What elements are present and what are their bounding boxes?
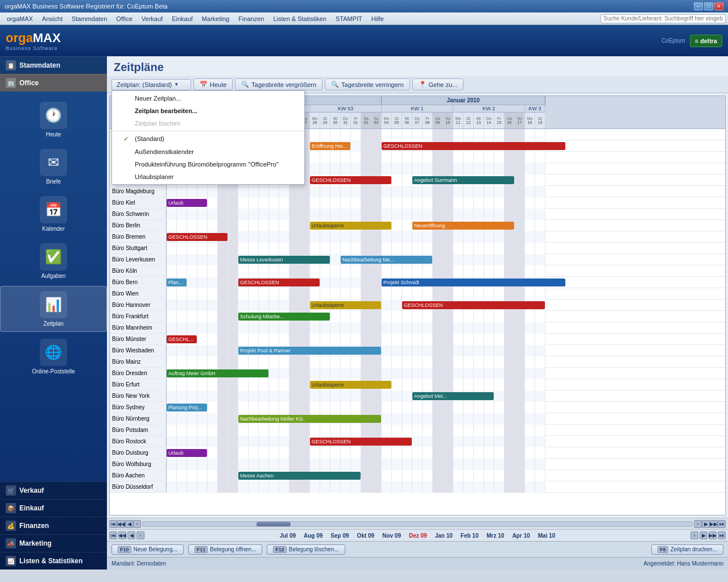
timeline-scroll-right-far[interactable]: ⏭ xyxy=(718,531,726,539)
calendar-event[interactable]: Neueröffnung xyxy=(412,222,514,230)
timeline-date[interactable]: Mai 10 xyxy=(535,533,559,539)
calendar-event[interactable]: Angebot Surrmann xyxy=(412,176,514,184)
timeline-scroll-right[interactable]: ▶ xyxy=(700,531,708,539)
menu-listen[interactable]: Listen & Statistiken xyxy=(268,14,331,23)
scroll-right-step-button[interactable]: › xyxy=(694,520,702,528)
timeline-scroll-right2[interactable]: ▶▶ xyxy=(709,531,717,539)
calendar-event[interactable]: Messe Leverkusen xyxy=(238,256,330,264)
timeline-scroll-left-step[interactable]: ‹ xyxy=(136,531,144,539)
sidebar-item-briefe[interactable]: ✉ Briefe xyxy=(0,144,107,189)
timeline-date[interactable]: Sep 09 xyxy=(327,533,352,539)
timeline-date[interactable]: Aug 09 xyxy=(300,533,326,539)
timeline-date[interactable]: Nov 09 xyxy=(379,533,404,539)
dropdown-new[interactable]: Neuer Zeitplan... xyxy=(112,92,304,105)
calendar-event[interactable]: GESCHLOSSEN xyxy=(310,176,391,184)
sidebar-section-einkauf[interactable]: 📦 Einkauf xyxy=(0,499,107,517)
timeline-scroll-left2[interactable]: ◀◀ xyxy=(118,531,126,539)
dropdown-produkteinfuehrung[interactable]: Produkteinführung Büromöbelprogramm "Off… xyxy=(112,158,304,171)
sidebar-section-listen[interactable]: 📈 Listen & Statistiken xyxy=(0,552,107,569)
timeline-scroll-left[interactable]: ◀ xyxy=(127,531,135,539)
menu-hilfe[interactable]: Hilfe xyxy=(367,14,388,23)
timeline-date[interactable]: Okt 09 xyxy=(354,533,378,539)
menu-einkauf[interactable]: Einkauf xyxy=(167,14,197,23)
menu-ansicht[interactable]: Ansicht xyxy=(38,14,67,23)
sidebar-item-heute[interactable]: 🕐 Heute xyxy=(0,97,107,142)
sidebar-item-kalender[interactable]: 📅 Kalender xyxy=(0,192,107,236)
calendar-event[interactable]: GESCHLOSSEN xyxy=(167,233,228,241)
close-button[interactable]: ✕ xyxy=(714,2,723,10)
zeitplan-drucken-button[interactable]: F6 Zeitplan drucken... xyxy=(651,544,723,555)
calendar-event[interactable]: Eröffnung Heinze ... xyxy=(310,142,350,150)
zoom-in-button[interactable]: 🔍 Tagesbreite vergrößern xyxy=(235,78,322,90)
heute-button[interactable]: 📅 Heute xyxy=(193,78,233,90)
scrollbar-thumb[interactable] xyxy=(257,522,291,526)
timeline-scroll-right-step[interactable]: › xyxy=(690,531,698,539)
dropdown-urlaubsplaner[interactable]: Urlaubsplaner xyxy=(112,171,304,183)
sidebar-item-online-poststelle[interactable]: 🌐 Online-Poststelle xyxy=(0,334,107,379)
goto-button[interactable]: 📍 Gehe zu... xyxy=(412,78,464,90)
sidebar-section-office[interactable]: 🏢 Office xyxy=(0,74,107,92)
plan-selector-dropdown[interactable]: Zeitplan: (Standard) ▼ Neuer Zeitplan...… xyxy=(111,79,191,90)
minimize-button[interactable]: ─ xyxy=(694,2,703,10)
calendar-event[interactable]: Angebot Mei... xyxy=(412,392,494,400)
menu-stammdaten[interactable]: Stammdaten xyxy=(67,14,111,23)
timeline-date[interactable]: Dez 09 xyxy=(406,533,431,539)
scroll-start-button[interactable]: ⏮ xyxy=(109,520,117,528)
plan-selector-button[interactable]: Zeitplan: (Standard) ▼ xyxy=(111,79,191,90)
timeline-date[interactable]: Mrz 10 xyxy=(483,533,508,539)
menu-marketing[interactable]: Marketing xyxy=(197,14,234,23)
calendar-event[interactable]: Urlaub xyxy=(167,449,207,457)
sidebar-section-stammdaten[interactable]: 📋 Stammdaten xyxy=(0,56,107,74)
day-slot xyxy=(382,345,392,356)
calendar-event[interactable]: Nachbearbeitung Müller KG xyxy=(238,415,381,423)
calendar-event[interactable]: Urlaubssperre xyxy=(310,301,381,309)
timeline-date[interactable]: Jan 10 xyxy=(432,533,456,539)
dropdown-standard[interactable]: ✓ (Standard) xyxy=(112,132,304,146)
menu-verkauf[interactable]: Verkauf xyxy=(137,14,167,23)
timeline-date[interactable]: Apr 10 xyxy=(509,533,533,539)
menu-office[interactable]: Office xyxy=(111,14,137,23)
calendar-event[interactable]: Messe Aachen xyxy=(238,472,361,480)
zoom-out-button[interactable]: 🔍 Tagesbreite verringern xyxy=(325,78,410,90)
timeline-date[interactable]: Jul 09 xyxy=(276,533,299,539)
calendar-event[interactable]: GESCHLOSSEN xyxy=(310,438,412,446)
sidebar-item-zeitplan[interactable]: 📊 Zeitplan xyxy=(0,286,107,332)
calendar-event[interactable]: Nachbearbeitung Me... xyxy=(341,256,432,264)
scroll-end-button[interactable]: ⏭ xyxy=(718,520,726,528)
belegung-oeffnen-button[interactable]: F11 Belegung öffnen... xyxy=(188,544,263,555)
calendar-event[interactable]: Urlaub xyxy=(167,199,207,207)
menu-stampit[interactable]: STAMPIT xyxy=(331,14,367,23)
calendar-event[interactable]: Schulung Mitarbe... xyxy=(238,313,330,321)
sidebar-item-aufgaben[interactable]: ✅ Aufgaben xyxy=(0,239,107,284)
menu-orgamax[interactable]: orgaMAX xyxy=(2,14,38,23)
neue-belegung-button[interactable]: F10 Neue Belegung... xyxy=(111,544,184,555)
sidebar-section-verkauf[interactable]: 🛒 Verkauf xyxy=(0,481,107,499)
scroll-left-step-button[interactable]: ‹ xyxy=(133,520,141,528)
calendar-event[interactable]: Auftrag Meier GmbH xyxy=(167,369,268,377)
scroll-left-button[interactable]: ◀ xyxy=(125,520,133,528)
calendar-event[interactable]: Planung Proj... xyxy=(167,404,207,411)
search-input[interactable] xyxy=(601,14,726,23)
calendar-event[interactable]: Urlaubssperre xyxy=(310,381,391,389)
scroll-right-far-button[interactable]: ▶▶ xyxy=(710,520,718,528)
calendar-event[interactable]: GESCHL... xyxy=(167,335,197,343)
belegung-loeschen-button[interactable]: F12 Belegung löschen... xyxy=(267,544,345,555)
calendar-event[interactable]: GESCHLOSSEN xyxy=(402,301,545,309)
dropdown-aussendienstkalender[interactable]: Außendienstkalender xyxy=(112,146,304,158)
menu-finanzen[interactable]: Finanzen xyxy=(234,14,268,23)
calendar-event[interactable]: GESCHLOSSEN xyxy=(238,278,320,286)
timeline-scroll-left-far[interactable]: ⏮ xyxy=(109,531,117,539)
dropdown-edit[interactable]: Zeitplan bearbeiten... xyxy=(112,105,304,117)
calendar-event[interactable]: Plan... xyxy=(167,278,187,286)
calendar-event[interactable]: Projekt Pool & Partner xyxy=(238,347,381,355)
scroll-right-button[interactable]: ▶ xyxy=(702,520,710,528)
timeline-date[interactable]: Feb 10 xyxy=(457,533,482,539)
calendar-event[interactable]: GESCHLOSSEN xyxy=(382,142,565,150)
sidebar-section-finanzen[interactable]: 💰 Finanzen xyxy=(0,517,107,534)
calendar-event[interactable]: Projekt Schmidt xyxy=(382,278,565,286)
maximize-button[interactable]: □ xyxy=(704,2,713,10)
calendar-event[interactable]: Urlaubssperre xyxy=(310,222,391,230)
scroll-left-far-button[interactable]: ◀◀ xyxy=(117,520,125,528)
scrollbar-track[interactable] xyxy=(142,521,693,527)
sidebar-section-marketing[interactable]: 📣 Marketing xyxy=(0,534,107,552)
